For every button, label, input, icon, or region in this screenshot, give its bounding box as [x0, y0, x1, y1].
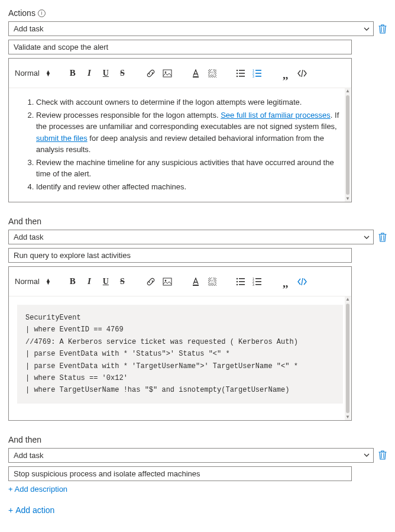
delete-task-button[interactable]	[378, 233, 387, 242]
svg-rect-25	[255, 278, 261, 279]
heading-select-stepper[interactable]: ▲▼	[46, 279, 51, 285]
task-block-3: Add task Stop suspicious process and iso…	[8, 448, 387, 494]
task-type-value: Add task	[14, 451, 44, 460]
svg-text:3: 3	[252, 283, 254, 286]
plus-icon: +	[8, 505, 13, 515]
editor-toolbar: Normal ▲▼ B I U S	[9, 267, 351, 296]
svg-rect-14	[255, 76, 261, 77]
chevron-down-icon	[364, 26, 370, 32]
strike-button[interactable]: S	[116, 67, 129, 80]
task-type-select[interactable]: Add task	[8, 21, 374, 36]
svg-rect-6	[239, 73, 245, 74]
image-button[interactable]	[161, 67, 174, 80]
scroll-down-arrow[interactable]: ▼	[345, 196, 351, 202]
svg-rect-15	[163, 278, 171, 285]
task-name-value: Stop suspicious process and isolate affe…	[14, 469, 200, 478]
strike-button[interactable]: S	[116, 275, 129, 288]
link-button[interactable]	[144, 275, 157, 288]
task-type-select[interactable]: Add task	[8, 448, 374, 463]
list-item: Identify and review other affected machi…	[36, 181, 342, 193]
and-then-label: And then	[8, 217, 387, 226]
actions-header: Actions i	[8, 8, 387, 18]
add-description-button[interactable]: + Add description	[8, 485, 67, 494]
svg-rect-29	[255, 284, 261, 285]
and-then-label: And then	[8, 435, 387, 444]
svg-point-5	[237, 72, 238, 73]
scroll-down-arrow[interactable]: ▼	[345, 414, 351, 420]
heading-select-stepper[interactable]: ▲▼	[46, 70, 51, 76]
list-item: Check with account owners to determine i…	[36, 96, 342, 108]
svg-rect-10	[255, 70, 261, 71]
actions-label: Actions	[8, 8, 35, 18]
scrollbar[interactable]: ▲ ▼	[345, 88, 351, 202]
task-name-input[interactable]: Run query to explore last activities	[8, 248, 352, 263]
code-button[interactable]	[296, 67, 309, 80]
bulleted-list-button[interactable]	[234, 67, 247, 80]
highlight-button[interactable]	[206, 275, 219, 288]
code-block: SecurityEvent | where EventID == 4769 //…	[17, 305, 343, 404]
delete-task-button[interactable]	[378, 24, 387, 34]
svg-point-1	[165, 71, 167, 73]
svg-text:3: 3	[252, 75, 254, 78]
add-action-button[interactable]: + Add action	[8, 505, 54, 515]
task-type-value: Add task	[14, 233, 44, 241]
svg-point-7	[237, 75, 238, 76]
quote-button[interactable]: ,,	[279, 275, 292, 288]
chevron-down-icon	[364, 452, 370, 458]
highlight-button[interactable]	[206, 67, 219, 80]
heading-select-label[interactable]: Normal	[15, 277, 40, 286]
svg-rect-4	[239, 70, 245, 71]
bold-button[interactable]: B	[66, 67, 79, 80]
svg-point-18	[237, 278, 238, 279]
bulleted-list-button[interactable]	[234, 275, 247, 288]
submit-files-link[interactable]: submit the files	[36, 134, 88, 143]
italic-button[interactable]: I	[83, 275, 96, 288]
svg-rect-23	[239, 284, 245, 285]
bold-button[interactable]: B	[66, 275, 79, 288]
quote-button[interactable]: ,,	[279, 67, 292, 80]
link-button[interactable]	[144, 67, 157, 80]
svg-rect-21	[239, 281, 245, 282]
familiar-processes-link[interactable]: See full list of familiar processes	[221, 111, 331, 120]
task-name-value: Run query to explore last activities	[14, 251, 131, 260]
numbered-list-button[interactable]: 123	[251, 275, 264, 288]
underline-button[interactable]: U	[99, 275, 112, 288]
svg-rect-2	[193, 76, 199, 78]
underline-button[interactable]: U	[99, 67, 112, 80]
svg-point-16	[165, 279, 167, 281]
svg-point-3	[237, 69, 238, 70]
editor-toolbar: Normal ▲▼ B I U S	[9, 59, 351, 88]
rich-text-editor: Normal ▲▼ B I U S	[8, 58, 352, 202]
svg-point-22	[237, 283, 238, 285]
task-name-input[interactable]: Validate and scope the alert	[8, 40, 352, 54]
scrollbar-thumb[interactable]	[346, 95, 349, 195]
editor-content[interactable]: SecurityEvent | where EventID == 4769 //…	[9, 296, 351, 420]
code-button[interactable]	[296, 275, 309, 288]
svg-rect-8	[239, 76, 245, 77]
rich-text-editor: Normal ▲▼ B I U S	[8, 266, 352, 421]
scroll-up-arrow[interactable]: ▲	[345, 296, 351, 302]
scrollbar[interactable]: ▲ ▼	[345, 296, 351, 420]
task-block-2: Add task Run query to explore last activ…	[8, 230, 387, 421]
task-type-select[interactable]: Add task	[8, 230, 374, 244]
task-block-1: Add task Validate and scope the alert No…	[8, 21, 387, 202]
task-name-input[interactable]: Stop suspicious process and isolate affe…	[8, 466, 352, 481]
scrollbar-thumb[interactable]	[346, 304, 349, 413]
italic-button[interactable]: I	[83, 67, 96, 80]
task-name-value: Validate and scope the alert	[14, 43, 108, 51]
delete-task-button[interactable]	[378, 450, 387, 460]
scroll-up-arrow[interactable]: ▲	[345, 88, 351, 94]
svg-rect-27	[255, 281, 261, 282]
editor-content[interactable]: Check with account owners to determine i…	[9, 88, 351, 202]
task-type-value: Add task	[14, 24, 44, 33]
list-item: Review the machine timeline for any susp…	[36, 157, 342, 180]
list-item: Review processes responsible for the log…	[36, 109, 342, 156]
image-button[interactable]	[161, 275, 174, 288]
svg-rect-17	[193, 285, 199, 286]
numbered-list-button[interactable]: 123	[251, 67, 264, 80]
text-color-button[interactable]	[189, 275, 202, 288]
text-color-button[interactable]	[189, 67, 202, 80]
svg-rect-0	[163, 70, 171, 77]
heading-select-label[interactable]: Normal	[15, 69, 40, 78]
info-icon[interactable]: i	[38, 9, 46, 17]
